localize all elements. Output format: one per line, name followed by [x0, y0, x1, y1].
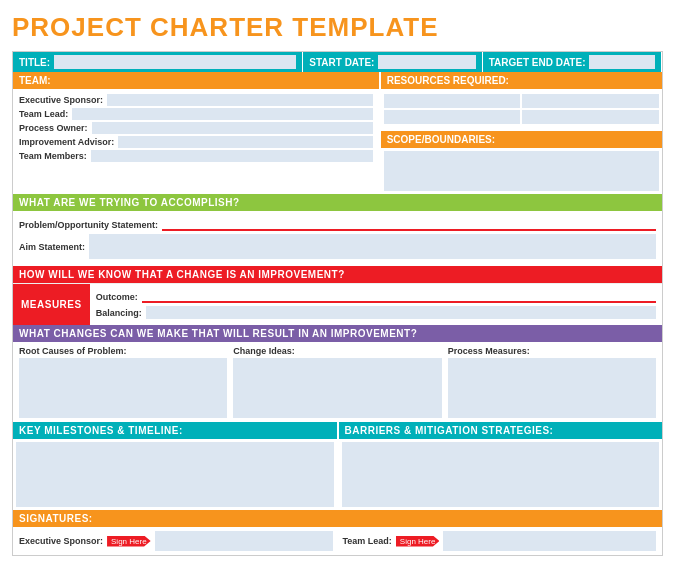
title-row: TITLE: START DATE: TARGET END DATE: — [13, 52, 662, 72]
improvement-advisor-input[interactable] — [118, 136, 373, 148]
team-members-label: Team Members: — [19, 151, 87, 161]
title-cell: TITLE: — [13, 52, 303, 72]
resources-input2[interactable] — [384, 110, 521, 124]
sig1-input[interactable] — [155, 531, 333, 551]
balancing-row: Balancing: — [96, 306, 656, 319]
page-title: PROJECT CHARTER TEMPLATE — [12, 12, 663, 43]
sig1-col: Executive Sponsor: Sign Here — [19, 531, 333, 551]
team-members-row: Team Members: — [19, 150, 373, 162]
measures-outer: MEASURES Outcome: Balancing: — [13, 283, 662, 325]
process-owner-label: Process Owner: — [19, 123, 88, 133]
start-date-input[interactable] — [378, 55, 475, 69]
process-owner-row: Process Owner: — [19, 122, 373, 134]
resources-input1[interactable] — [384, 94, 521, 108]
outcome-row: Outcome: — [96, 290, 656, 303]
title-label: TITLE: — [19, 57, 50, 68]
sig2-label: Team Lead: — [343, 536, 392, 546]
start-date-label: START DATE: — [309, 57, 374, 68]
process-measures-input[interactable] — [448, 358, 656, 418]
team-header: TEAM: — [13, 72, 379, 89]
root-causes-input[interactable] — [19, 358, 227, 418]
sig2-col: Team Lead: Sign Here — [343, 531, 657, 551]
resources-input4[interactable] — [522, 110, 659, 124]
resources-col2 — [522, 92, 659, 126]
measures-label: MEASURES — [13, 284, 90, 325]
changes-header: WHAT CHANGES CAN WE MAKE THAT WILL RESUL… — [13, 325, 662, 342]
scope-header: SCOPE/BOUNDARIES: — [381, 131, 662, 148]
change-ideas-label: Change Ideas: — [233, 346, 441, 356]
barriers-header: BARRIERS & MITIGATION STRATEGIES: — [339, 422, 663, 439]
aim-input[interactable] — [89, 234, 656, 259]
milestones-row: KEY MILESTONES & TIMELINE: BARRIERS & MI… — [13, 422, 662, 510]
improvement-header: HOW WILL WE KNOW THAT A CHANGE IS AN IMP… — [13, 266, 662, 283]
change-ideas-input[interactable] — [233, 358, 441, 418]
team-fields: Executive Sponsor: Team Lead: Process Ow… — [13, 89, 379, 167]
team-members-input[interactable] — [91, 150, 373, 162]
sig2-input[interactable] — [443, 531, 656, 551]
problem-label: Problem/Opportunity Statement: — [19, 220, 158, 230]
sig1-arrow: Sign Here — [107, 536, 151, 547]
process-measures-label: Process Measures: — [448, 346, 656, 356]
aim-row: Aim Statement: — [19, 234, 656, 259]
scope-input[interactable] — [384, 151, 659, 191]
sig1-label: Executive Sponsor: — [19, 536, 103, 546]
changes-section: Root Causes of Problem: Change Ideas: Pr… — [13, 342, 662, 422]
signatures-header: SIGNATURES: — [13, 510, 662, 527]
team-section: TEAM: Executive Sponsor: Team Lead: Proc… — [13, 72, 662, 194]
team-lead-input[interactable] — [72, 108, 372, 120]
accomplish-section: Problem/Opportunity Statement: Aim State… — [13, 211, 662, 266]
exec-sponsor-row: Executive Sponsor: — [19, 94, 373, 106]
milestones-content — [13, 439, 337, 510]
root-causes-col: Root Causes of Problem: — [19, 346, 227, 418]
exec-sponsor-label: Executive Sponsor: — [19, 95, 103, 105]
problem-row: Problem/Opportunity Statement: — [19, 218, 656, 231]
resources-input3[interactable] — [522, 94, 659, 108]
barriers-input[interactable] — [342, 442, 660, 507]
measures-fields: Outcome: Balancing: — [90, 284, 662, 325]
barriers-content — [339, 439, 663, 510]
exec-sponsor-input[interactable] — [107, 94, 373, 106]
target-end-cell: TARGET END DATE: — [483, 52, 662, 72]
team-lead-row: Team Lead: — [19, 108, 373, 120]
improvement-advisor-label: Improvement Advisor: — [19, 137, 114, 147]
target-end-input[interactable] — [589, 55, 655, 69]
team-left: TEAM: Executive Sponsor: Team Lead: Proc… — [13, 72, 381, 194]
team-lead-label: Team Lead: — [19, 109, 68, 119]
milestones-input[interactable] — [16, 442, 334, 507]
problem-input[interactable] — [162, 218, 656, 231]
resources-header: RESOURCES REQUIRED: — [381, 72, 662, 89]
milestones-left: KEY MILESTONES & TIMELINE: — [13, 422, 339, 510]
outcome-input[interactable] — [142, 290, 656, 303]
resources-col1 — [384, 92, 521, 126]
improvement-advisor-row: Improvement Advisor: — [19, 136, 373, 148]
barriers-right: BARRIERS & MITIGATION STRATEGIES: — [339, 422, 663, 510]
outcome-label: Outcome: — [96, 292, 138, 302]
process-owner-input[interactable] — [92, 122, 373, 134]
title-input[interactable] — [54, 55, 296, 69]
team-right: RESOURCES REQUIRED: SCOPE/BOUNDARIES: — [381, 72, 662, 194]
accomplish-header: WHAT ARE WE TRYING TO ACCOMPLISH? — [13, 194, 662, 211]
sig2-arrow: Sign Here — [396, 536, 440, 547]
signatures-section: Executive Sponsor: Sign Here Team Lead: … — [13, 527, 662, 555]
balancing-input[interactable] — [146, 306, 656, 319]
milestones-header: KEY MILESTONES & TIMELINE: — [13, 422, 337, 439]
balancing-label: Balancing: — [96, 308, 142, 318]
start-date-cell: START DATE: — [303, 52, 482, 72]
root-causes-label: Root Causes of Problem: — [19, 346, 227, 356]
change-ideas-col: Change Ideas: — [233, 346, 441, 418]
aim-label: Aim Statement: — [19, 242, 85, 252]
resources-grid — [381, 89, 662, 129]
template-container: TITLE: START DATE: TARGET END DATE: TEAM… — [12, 51, 663, 556]
process-measures-col: Process Measures: — [448, 346, 656, 418]
target-end-label: TARGET END DATE: — [489, 57, 586, 68]
